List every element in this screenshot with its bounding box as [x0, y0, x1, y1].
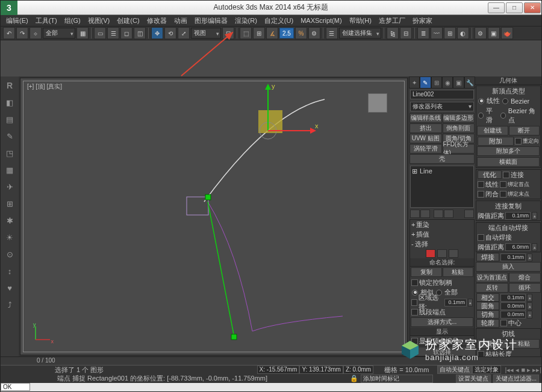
attach-button[interactable]: 附加	[478, 137, 514, 146]
named-copy[interactable]: 复制	[411, 267, 442, 277]
menu-create[interactable]: 创建(C)	[114, 16, 142, 25]
select-button[interactable]: ▭	[94, 27, 106, 39]
weld-thresh[interactable]: 0.1mm	[500, 254, 526, 261]
move-button[interactable]: ✥	[151, 27, 163, 39]
selectname-button[interactable]: ☰	[107, 27, 119, 39]
connectcopy-thresh[interactable]: 0.1mm	[505, 212, 531, 220]
vt-smooth[interactable]	[478, 113, 484, 119]
pivot-button[interactable]: ⊡	[222, 27, 234, 39]
btn-ffdbox[interactable]: FFD(长方体)	[443, 144, 475, 154]
scale-button[interactable]: ⤢	[178, 27, 190, 39]
align-button[interactable]: ⊟	[400, 27, 412, 39]
vt-linear[interactable]	[478, 98, 484, 104]
coord-y[interactable]: Y: 139.173mm	[299, 366, 343, 374]
showvert-chk[interactable]	[411, 338, 418, 344]
configure-button[interactable]	[464, 210, 474, 218]
namedselset-combo[interactable]: 创建选择集	[339, 28, 381, 39]
menu-rendering[interactable]: 渲染(R)	[232, 16, 260, 25]
li-5[interactable]: ▦	[4, 164, 16, 175]
render-button[interactable]: 🫖	[501, 27, 513, 39]
reverse-button[interactable]: 反转	[476, 283, 508, 293]
minimize-button[interactable]: —	[488, 2, 505, 13]
layers-button[interactable]: ≣	[417, 27, 429, 39]
btn-shell[interactable]: 壳	[410, 154, 475, 164]
filter-combo[interactable]: 全部	[43, 28, 75, 39]
cycle-button[interactable]: 循环	[509, 283, 541, 293]
angle-value[interactable]: 2.5	[279, 28, 294, 39]
undo-button[interactable]: ↶	[3, 27, 15, 39]
chamfer-val[interactable]: 0.0mm	[500, 311, 526, 319]
spinner-snap-button[interactable]: ⚙	[308, 27, 320, 39]
menu-tools[interactable]: 工具(T)	[33, 16, 60, 25]
renderframe-button[interactable]: ▣	[488, 27, 500, 39]
tab-utilities[interactable]: 🔧	[464, 76, 475, 89]
rollout-selection[interactable]: 选择	[415, 240, 473, 249]
setkey-button[interactable]: 设置关键点	[456, 375, 491, 383]
connect-chk[interactable]	[503, 172, 509, 178]
btn-editpoly[interactable]: 编辑多边形	[443, 113, 475, 123]
li-2[interactable]: ▤	[4, 114, 16, 125]
snap-button[interactable]: ⊞	[253, 27, 265, 39]
pin-stack-button[interactable]	[410, 210, 420, 218]
timeline[interactable]: 0 / 100	[1, 356, 541, 365]
crosssection-button[interactable]: 横截面	[477, 157, 540, 167]
autoweld-chk[interactable]	[478, 234, 484, 241]
redo-button[interactable]: ↷	[16, 27, 28, 39]
tab-hierarchy[interactable]: ⊞	[431, 76, 442, 89]
lock-handles-chk[interactable]	[411, 279, 418, 286]
tan-paste-button[interactable]: 粘贴	[509, 339, 540, 349]
selectlock-button[interactable]: ⬚	[240, 27, 252, 39]
bindfirst-chk[interactable]	[500, 181, 506, 188]
keyfilters-button[interactable]: 关键点过滤器...	[493, 375, 539, 383]
closed-chk[interactable]	[478, 191, 484, 198]
outline-button[interactable]: 轮廓	[476, 319, 499, 328]
named-paste[interactable]: 粘贴	[443, 267, 474, 277]
li-8[interactable]: ✱	[4, 215, 16, 226]
autoweld-thresh[interactable]: 6.0mm	[505, 243, 531, 251]
btn-uvwmap[interactable]: UVW 贴图	[410, 134, 442, 143]
li-7[interactable]: ⊞	[4, 198, 16, 209]
rectsel-button[interactable]: ◻	[120, 27, 132, 39]
crossinsert-button[interactable]: 相交	[476, 293, 499, 302]
li-3[interactable]: ✎	[4, 131, 16, 142]
tab-create[interactable]: ✦	[409, 76, 420, 89]
menu-edit[interactable]: 编辑(E)	[3, 16, 31, 25]
reorient-chk[interactable]	[515, 138, 522, 145]
percentsnap-button[interactable]: %	[295, 27, 307, 39]
segend-chk[interactable]	[411, 309, 418, 316]
subobj-spline[interactable]	[449, 249, 458, 258]
menu-customize[interactable]: 自定义(U)	[261, 16, 296, 25]
window-crossing-button[interactable]: ◫	[134, 27, 146, 39]
modifier-stack[interactable]: ⊞Line	[410, 166, 474, 208]
menu-banjiajia[interactable]: 扮家家	[410, 16, 435, 25]
selmode-button[interactable]: 选择方式...	[411, 317, 473, 327]
rollout-interp[interactable]: 插值	[416, 230, 473, 239]
tab-motion[interactable]: ◉	[442, 76, 453, 89]
rotate-button[interactable]: ⟲	[164, 27, 176, 39]
fuse-button[interactable]: 熔合	[509, 273, 541, 282]
li-9[interactable]: ☀	[4, 232, 16, 243]
vt-bezcorner[interactable]	[500, 113, 506, 119]
btn-bevelprofile[interactable]: 倒角剖面	[443, 123, 475, 133]
close-button[interactable]: ✕	[524, 2, 541, 13]
makefirst-button[interactable]: 设为首顶点	[476, 273, 508, 282]
li-4[interactable]: ◳	[4, 148, 16, 158]
li-1[interactable]: ◧	[4, 97, 16, 108]
addtimemark[interactable]: 添加时间标记	[361, 375, 433, 383]
materialeditor-button[interactable]: ◐	[457, 27, 469, 39]
attachmult-button[interactable]: 附加多个	[477, 146, 540, 156]
weld-button[interactable]: 焊接	[476, 253, 499, 261]
fillet-val[interactable]: 0.0mm	[500, 302, 526, 310]
btn-extrude[interactable]: 挤出	[410, 123, 442, 133]
keymode-combo[interactable]: 选定对象	[472, 366, 501, 374]
menu-modifiers[interactable]: 修改器	[144, 16, 170, 25]
selfilter-button[interactable]: ▦	[76, 27, 89, 39]
remove-mod-button[interactable]	[444, 210, 453, 218]
menu-maxscript[interactable]: MAXScript(M)	[297, 17, 344, 24]
break-button[interactable]: 断开	[509, 126, 540, 135]
menu-view[interactable]: 视图(V)	[85, 16, 113, 25]
ribbon-r-icon[interactable]: R	[4, 80, 16, 91]
menu-help[interactable]: 帮助(H)	[346, 16, 375, 25]
createline-button[interactable]: 创建线	[477, 126, 508, 135]
btn-editspline[interactable]: 编辑样条线	[410, 113, 442, 123]
